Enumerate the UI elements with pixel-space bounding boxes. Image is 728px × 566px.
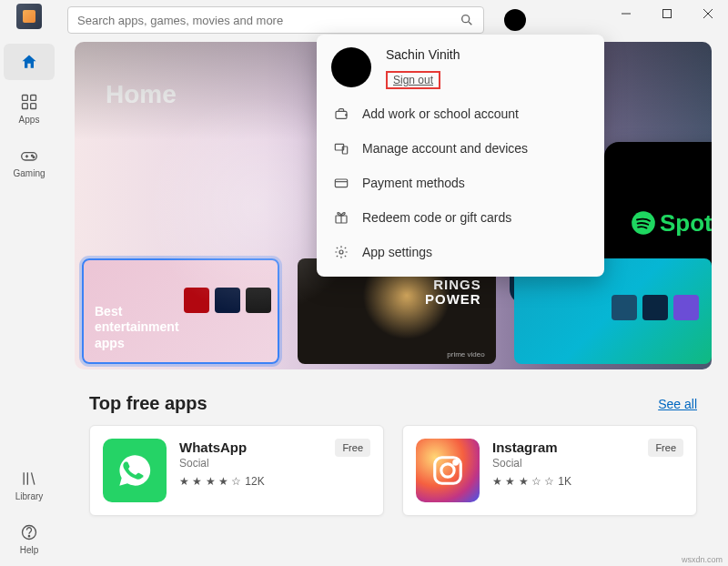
instagram-icon — [416, 439, 480, 502]
svg-point-22 — [441, 464, 454, 477]
price-badge[interactable]: Free — [648, 439, 683, 457]
svg-point-12 — [33, 157, 35, 158]
svg-rect-6 — [23, 104, 28, 109]
gear-icon — [333, 244, 349, 260]
prime-video-label: prime video — [447, 350, 484, 359]
svg-point-18 — [462, 15, 470, 23]
nav-help-label: Help — [20, 545, 39, 555]
svg-rect-29 — [335, 179, 347, 187]
user-name: Sachin Vinith — [386, 47, 460, 62]
svg-line-15 — [32, 472, 35, 484]
menu-label: Add work or school account — [362, 106, 519, 121]
app-name: Instagram — [492, 439, 635, 457]
nav-library[interactable]: Library — [4, 460, 55, 510]
menu-add-work-account[interactable]: Add work or school account — [317, 96, 604, 131]
page-title: Home — [106, 80, 177, 109]
menu-settings[interactable]: App settings — [317, 235, 604, 269]
card-icon — [333, 175, 349, 191]
menu-label: Payment methods — [362, 176, 465, 190]
hero-card-entertainment[interactable]: Best entertainment apps — [82, 258, 279, 364]
menu-label: Manage account and devices — [362, 141, 528, 156]
search-box[interactable] — [67, 6, 484, 34]
app-card-instagram[interactable]: Instagram Social ★ ★ ★ ☆ ☆ 1K Free — [402, 425, 697, 516]
apps-icon — [20, 93, 38, 111]
hero-card-entertainment-label: Best entertainment apps — [95, 304, 177, 352]
search-icon — [460, 13, 474, 27]
svg-point-23 — [454, 460, 458, 464]
menu-label: Redeem code or gift cards — [362, 210, 511, 225]
store-logo-icon — [16, 4, 42, 29]
user-avatar[interactable] — [504, 9, 526, 31]
hero-tile-spotify[interactable]: Spotify — [604, 142, 712, 304]
svg-rect-1 — [662, 10, 671, 18]
minimize-button[interactable] — [605, 0, 646, 27]
sidebar: Apps Gaming Library Help — [0, 0, 58, 566]
section-title: Top free apps — [89, 393, 207, 414]
svg-point-33 — [339, 250, 343, 254]
svg-point-11 — [32, 155, 34, 157]
app-category: Social — [492, 457, 635, 470]
home-icon — [20, 53, 38, 71]
svg-rect-4 — [23, 96, 28, 101]
svg-rect-5 — [31, 96, 36, 101]
price-badge[interactable]: Free — [335, 439, 370, 457]
whatsapp-icon — [103, 439, 167, 502]
devices-icon — [333, 140, 349, 157]
see-all-link[interactable]: See all — [658, 397, 697, 411]
menu-manage-account[interactable]: Manage account and devices — [317, 131, 604, 166]
menu-redeem[interactable]: Redeem code or gift cards — [317, 200, 604, 235]
gaming-icon — [20, 147, 38, 165]
nav-home[interactable] — [4, 44, 55, 80]
watermark: wsxdn.com — [682, 555, 723, 564]
svg-line-19 — [469, 22, 471, 25]
close-button[interactable] — [687, 0, 728, 27]
nav-apps-label: Apps — [19, 115, 40, 125]
app-rating: ★ ★ ★ ★ ☆ 12K — [179, 475, 322, 488]
app-category: Social — [179, 457, 322, 470]
briefcase-icon — [333, 106, 349, 122]
app-rating: ★ ★ ★ ☆ ☆ 1K — [492, 475, 635, 488]
gift-icon — [333, 209, 349, 226]
maximize-button[interactable] — [646, 0, 687, 27]
svg-point-17 — [28, 536, 29, 537]
user-menu-popup: Sachin Vinith Sign out Add work or schoo… — [317, 35, 604, 277]
menu-label: App settings — [362, 245, 432, 259]
app-card-whatsapp[interactable]: WhatsApp Social ★ ★ ★ ★ ☆ 12K Free — [89, 425, 384, 516]
search-input[interactable] — [77, 14, 452, 27]
nav-apps[interactable]: Apps — [4, 84, 55, 134]
nav-gaming-label: Gaming — [13, 168, 45, 178]
app-name: WhatsApp — [179, 439, 322, 457]
help-icon — [20, 523, 38, 541]
sign-out-link[interactable]: Sign out — [386, 71, 440, 89]
library-icon — [20, 470, 38, 488]
nav-gaming[interactable]: Gaming — [4, 137, 55, 187]
user-avatar-large — [331, 47, 371, 87]
svg-point-20 — [632, 211, 655, 235]
nav-library-label: Library — [15, 491, 44, 501]
spotify-label: Spotify — [631, 209, 712, 238]
nav-help[interactable]: Help — [4, 514, 55, 564]
menu-payment[interactable]: Payment methods — [317, 166, 604, 200]
svg-rect-7 — [31, 104, 36, 109]
